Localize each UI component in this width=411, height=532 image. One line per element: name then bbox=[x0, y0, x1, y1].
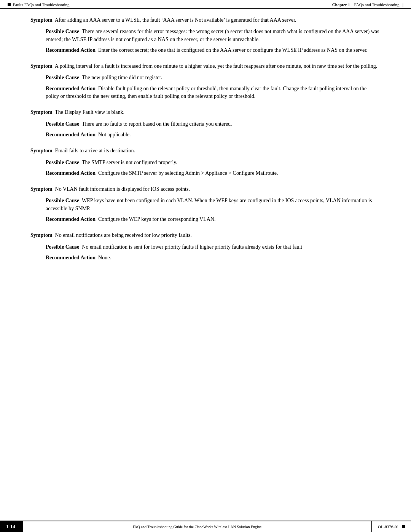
symptom-5-text: No VLAN fault information is displayed f… bbox=[55, 186, 190, 192]
page-number-text: 1-14 bbox=[6, 524, 15, 530]
symptom-3-ra-text: Not applicable. bbox=[98, 132, 131, 137]
symptom-5-possible-cause: Possible Cause WEP keys have not been co… bbox=[46, 197, 381, 212]
symptom-6-pc-label: Possible Cause bbox=[46, 244, 79, 250]
symptom-6-ra-text: None. bbox=[98, 255, 111, 260]
symptom-6-text: No email notifications are being receive… bbox=[55, 232, 192, 238]
page-header: Faults FAQs and Troubleshooting Chapter … bbox=[0, 0, 411, 9]
symptom-block-1: Symptom After adding an AAA server to a … bbox=[30, 16, 381, 54]
symptom-6-recommended-action: Recommended Action None. bbox=[46, 254, 381, 262]
symptom-2-line: Symptom A polling interval for a fault i… bbox=[30, 62, 381, 70]
symptom-5-ra-text: Configure the WEP keys for the correspon… bbox=[98, 216, 215, 222]
symptom-3-line: Symptom The Display Fault view is blank. bbox=[30, 109, 381, 116]
header-section-title: Faults FAQs and Troubleshooting bbox=[13, 2, 70, 7]
symptom-5-pc-text: WEP keys have not been configured in eac… bbox=[46, 198, 372, 211]
symptom-2-text: A polling interval for a fault is increa… bbox=[55, 63, 378, 69]
symptom-4-ra-label: Recommended Action bbox=[46, 170, 96, 176]
symptom-5-ra-label: Recommended Action bbox=[46, 216, 96, 222]
symptom-block-4: Symptom Email fails to arrive at its des… bbox=[30, 147, 381, 177]
main-content: Symptom After adding an AAA server to a … bbox=[0, 9, 411, 300]
symptom-6-possible-cause: Possible Cause No email notification is … bbox=[46, 243, 381, 251]
symptom-3-pc-label: Possible Cause bbox=[46, 121, 79, 127]
symptom-3-text: The Display Fault view is blank. bbox=[55, 109, 124, 115]
symptom-4-label: Symptom bbox=[30, 148, 53, 153]
symptom-1-pc-text: There are several reasons for this error… bbox=[46, 29, 379, 42]
symptom-4-line: Symptom Email fails to arrive at its des… bbox=[30, 147, 381, 155]
symptom-1-ra-text: Enter the correct secret; the one that i… bbox=[98, 47, 368, 53]
symptom-1-recommended-action: Recommended Action Enter the correct sec… bbox=[46, 46, 381, 54]
symptom-5-line: Symptom No VLAN fault information is dis… bbox=[30, 185, 381, 193]
symptom-4-pc-label: Possible Cause bbox=[46, 160, 79, 165]
header-section: Faults FAQs and Troubleshooting bbox=[8, 2, 70, 7]
symptom-6-ra-label: Recommended Action bbox=[46, 255, 96, 260]
symptom-1-possible-cause: Possible Cause There are several reasons… bbox=[46, 28, 381, 43]
symptom-4-text: Email fails to arrive at its destination… bbox=[55, 148, 135, 153]
symptom-3-pc-text: There are no faults to report based on t… bbox=[82, 121, 232, 127]
symptom-2-possible-cause: Possible Cause The new polling time did … bbox=[46, 74, 381, 81]
symptom-block-6: Symptom No email notifications are being… bbox=[30, 232, 381, 262]
footer-right-text: OL-8376-01 bbox=[371, 521, 411, 532]
symptom-1-label: Symptom bbox=[30, 17, 53, 23]
header-chapter-area: Chapter 1 FAQs and Troubleshooting | bbox=[332, 2, 403, 7]
symptom-3-possible-cause: Possible Cause There are no faults to re… bbox=[46, 120, 381, 128]
header-chapter-label: Chapter 1 bbox=[332, 2, 350, 7]
header-chapter-title: FAQs and Troubleshooting bbox=[354, 2, 400, 7]
header-square-icon bbox=[8, 3, 11, 6]
symptom-4-possible-cause: Possible Cause The SMTP server is not co… bbox=[46, 159, 381, 166]
symptom-2-ra-label: Recommended Action bbox=[46, 86, 96, 91]
symptom-5-pc-label: Possible Cause bbox=[46, 198, 79, 203]
symptom-1-line: Symptom After adding an AAA server to a … bbox=[30, 16, 381, 24]
symptom-4-ra-text: Configure the SMTP server by selecting A… bbox=[98, 170, 278, 176]
symptom-block-3: Symptom The Display Fault view is blank.… bbox=[30, 109, 381, 139]
symptom-block-5: Symptom No VLAN fault information is dis… bbox=[30, 185, 381, 223]
symptom-2-pc-text: The new polling time did not register. bbox=[82, 75, 162, 80]
footer-page-number: 1-14 bbox=[0, 521, 23, 532]
footer-right-square-icon bbox=[402, 525, 405, 528]
symptom-5-recommended-action: Recommended Action Configure the WEP key… bbox=[46, 216, 381, 223]
symptom-6-label: Symptom bbox=[30, 232, 53, 238]
symptom-5-label: Symptom bbox=[30, 186, 53, 192]
symptom-2-label: Symptom bbox=[30, 63, 53, 69]
symptom-3-recommended-action: Recommended Action Not applicable. bbox=[46, 131, 381, 139]
symptom-4-recommended-action: Recommended Action Configure the SMTP se… bbox=[46, 169, 381, 177]
symptom-1-ra-label: Recommended Action bbox=[46, 47, 96, 53]
footer-guide-title: FAQ and Troubleshooting Guide for the Ci… bbox=[133, 525, 261, 529]
symptom-1-pc-label: Possible Cause bbox=[46, 29, 79, 34]
symptom-6-line: Symptom No email notifications are being… bbox=[30, 232, 381, 239]
symptom-3-label: Symptom bbox=[30, 109, 53, 115]
symptom-3-ra-label: Recommended Action bbox=[46, 132, 96, 137]
symptom-2-recommended-action: Recommended Action Disable fault polling… bbox=[46, 85, 381, 101]
footer-center-text: FAQ and Troubleshooting Guide for the Ci… bbox=[23, 521, 371, 532]
symptom-block-2: Symptom A polling interval for a fault i… bbox=[30, 62, 381, 100]
page-footer: 1-14 FAQ and Troubleshooting Guide for t… bbox=[0, 521, 411, 532]
symptom-2-pc-label: Possible Cause bbox=[46, 75, 79, 80]
symptom-4-pc-text: The SMTP server is not configured proper… bbox=[82, 160, 177, 165]
symptom-1-text: After adding an AAA server to a WLSE, th… bbox=[55, 17, 296, 23]
footer-doc-number: OL-8376-01 bbox=[378, 524, 399, 529]
symptom-6-pc-text: No email notification is sent for lower … bbox=[82, 244, 302, 250]
